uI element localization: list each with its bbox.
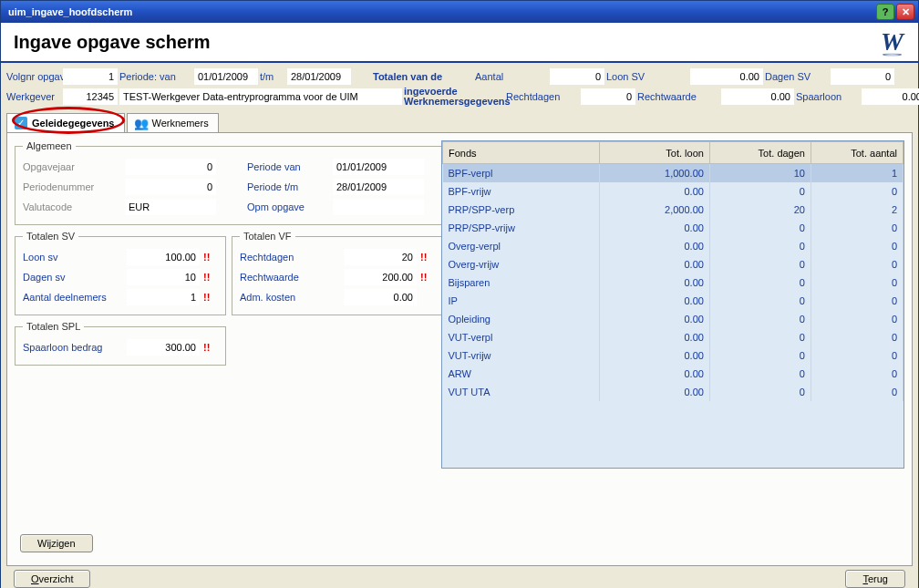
cell-aantal: 0 [811,237,903,255]
cell-dagen: 0 [709,273,811,292]
table-row[interactable]: Overg-verpl0.0000 [443,237,904,255]
table-row[interactable]: BPF-verpl1,000.00101 [443,164,904,183]
wijzigen-button[interactable]: Wijzigen [20,534,93,552]
overzicht-mnemonic: O [31,573,39,584]
warn-icon: !! [420,272,435,283]
col-dagen[interactable]: Tot. dagen [709,142,811,164]
al-periode-van-value[interactable] [333,159,424,175]
col-loon[interactable]: Tot. loon [599,142,709,164]
cell-fonds: Overg-verpl [443,237,600,255]
cell-aantal: 0 [811,219,903,237]
dagensv-label: Dagen SV [765,71,829,82]
cell-fonds: IP [443,292,600,310]
cell-loon: 0.00 [599,310,709,328]
volgnr-label: Volgnr opgave [6,71,61,82]
tab-werknemers[interactable]: 👥 Werknemers [127,113,219,132]
volgnr-value: 1 [63,68,118,85]
table-row[interactable]: IP0.0000 [443,292,904,310]
algemeen-fieldset: Algemeen Opgavejaar Periode van Perioden… [15,140,450,225]
check-icon: ✓ [15,117,27,129]
cell-aantal: 2 [811,201,903,219]
table-row[interactable]: Overg-vrijw0.0000 [443,255,904,273]
opgavejaar-value[interactable] [125,159,216,175]
fonds-table[interactable]: Fonds Tot. loon Tot. dagen Tot. aantal B… [442,141,904,401]
help-button[interactable]: ? [876,4,894,20]
totalen-label-1: Totalen van de [373,71,473,82]
totalen-spl-fieldset: Totalen SPL Spaarloon bedrag !! [15,321,226,366]
cell-dagen: 0 [709,255,811,273]
al-periode-tm-label: Periode t/m [247,181,329,192]
col-fonds[interactable]: Fonds [443,142,600,164]
cell-fonds: VUT-verpl [443,328,600,346]
table-row[interactable]: PRP/SPP-vrijw0.0000 [443,219,904,237]
table-row[interactable]: VUT-verpl0.0000 [443,328,904,346]
admkosten-vf-value[interactable] [344,289,417,305]
cell-dagen: 10 [709,164,811,183]
aantal-deelnemers-label: Aantal deelnemers [23,292,123,303]
cell-aantal: 0 [811,383,903,401]
cell-dagen: 0 [709,182,811,201]
dagen-sv-label: Dagen sv [23,272,123,283]
table-row[interactable]: Opleiding0.0000 [443,310,904,328]
cell-aantal: 0 [811,273,903,292]
spaarloon-bedrag-value[interactable] [127,339,200,356]
loonsv-label: Loon SV [606,71,688,82]
wijzigen-label: Wijzigen [37,538,76,549]
periodenr-label: Periodenummer [23,181,121,192]
algemeen-legend: Algemeen [23,140,76,151]
valuta-value[interactable] [125,199,216,215]
cell-loon: 0.00 [599,292,709,310]
cell-dagen: 0 [709,219,811,237]
outer-button-row: Overzicht Terug [6,566,913,588]
cell-fonds: PRP/SPP-vrijw [443,219,600,237]
cell-dagen: 0 [709,237,811,255]
rechtwaarde-vf-value[interactable] [344,269,417,285]
cell-fonds: Overg-vrijw [443,255,600,273]
tab-bar: ✓ Geleidegegevens 👥 Werknemers [6,112,913,132]
cell-aantal: 0 [811,182,903,201]
periodenr-value[interactable] [125,179,216,195]
totalen-label-3: Werknemersgegevens [404,97,504,107]
terug-button[interactable]: Terug [845,570,905,588]
loon-sv-label: Loon sv [23,252,123,263]
rechtdagen-vf-value[interactable] [344,249,417,265]
col-aantal[interactable]: Tot. aantal [811,142,903,164]
cell-dagen: 0 [709,292,811,310]
window-title: uim_ingave_hoofdscherm [5,6,874,17]
opm-value[interactable] [333,199,424,215]
cell-dagen: 0 [709,310,811,328]
header-row-2: Werkgever 12345 TEST-Werkgever Data-entr… [6,87,913,107]
opm-label: Opm opgave [247,201,329,212]
cell-loon: 0.00 [599,182,709,201]
al-periode-van-label: Periode van [247,161,329,172]
al-periode-tm-value[interactable] [333,179,424,195]
aantal-deelnemers-value[interactable] [127,289,200,305]
overzicht-button[interactable]: Overzicht [14,570,90,588]
rechtdagen-value: 0 [581,88,635,105]
overzicht-rest: verzicht [39,573,74,584]
tab-panel: Algemeen Opgavejaar Periode van Perioden… [6,132,913,566]
table-row[interactable]: VUT-vrijw0.0000 [443,346,904,365]
periode-van-label: Periode: van [119,71,192,82]
table-row[interactable]: VUT UTA0.0000 [443,383,904,401]
cell-fonds: BPF-vrijw [443,182,600,201]
cell-aantal: 1 [811,164,903,183]
cell-loon: 0.00 [599,365,709,383]
table-row[interactable]: PRP/SPP-verp2,000.00202 [443,201,904,219]
tab-geleidegegevens[interactable]: ✓ Geleidegegevens [6,113,125,132]
right-column: Fonds Tot. loon Tot. dagen Tot. aantal B… [441,140,904,469]
table-row[interactable]: ARW0.0000 [443,365,904,383]
warn-icon: !! [203,292,218,303]
cell-aantal: 0 [811,255,903,273]
table-row[interactable]: BPF-vrijw0.0000 [443,182,904,201]
close-button[interactable]: ✕ [896,4,914,20]
rechtdagen-vf-label: Rechtdagen [240,252,340,263]
rechtdagen-label: Rechtdagen [506,91,579,102]
left-column: Algemeen Opgavejaar Periode van Perioden… [15,140,432,469]
dagen-sv-value[interactable] [127,269,200,285]
table-row[interactable]: Bijsparen0.0000 [443,273,904,292]
totalen-sv-legend: Totalen SV [23,231,78,242]
loonsv-value: 0.00 [690,68,763,85]
loon-sv-value[interactable] [127,249,200,265]
rechtwaarde-label: Rechtwaarde [637,91,719,102]
